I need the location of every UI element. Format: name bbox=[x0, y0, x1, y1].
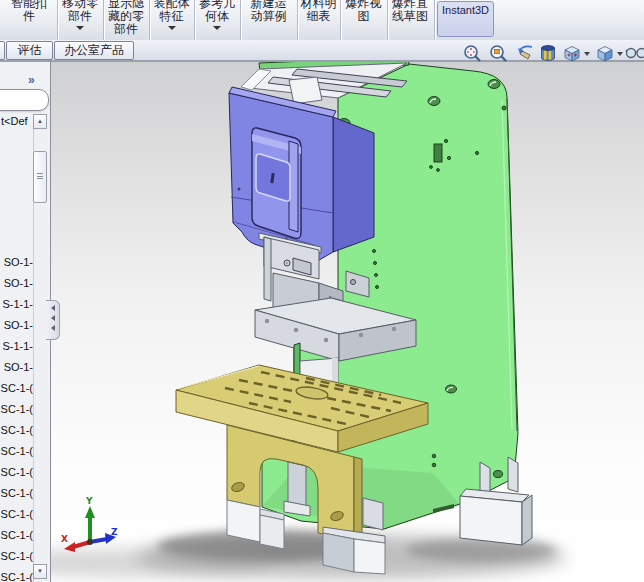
scroll-up-button[interactable]: ▲ bbox=[33, 114, 47, 129]
toolbar-button-label: Instant3D bbox=[442, 4, 489, 16]
toolbar-button-bill-of-materials[interactable]: 材料明细表 bbox=[298, 0, 339, 41]
tree-item[interactable]: -1-SO bbox=[0, 318, 33, 333]
tree-item[interactable]: )-1-SC bbox=[0, 381, 33, 396]
tree-item[interactable]: -1-1-S bbox=[0, 339, 33, 354]
toolbar-button-move-component[interactable]: 移动零部件 bbox=[58, 0, 102, 41]
display-style-dropdown-icon[interactable] bbox=[617, 52, 623, 56]
tree-item[interactable]: )-1-SC bbox=[0, 528, 33, 543]
view-orientation-icon[interactable] bbox=[561, 42, 583, 66]
triad-y-label: Y bbox=[85, 496, 93, 506]
dropdown-arrow-icon[interactable] bbox=[213, 26, 221, 30]
feature-tree-header bbox=[0, 89, 49, 111]
tree-root-item[interactable]: t<Def bbox=[1, 115, 28, 127]
tree-item[interactable]: -1-1-S bbox=[0, 297, 33, 312]
tree-item[interactable]: -1-SO bbox=[0, 360, 33, 375]
previous-view-icon[interactable] bbox=[515, 42, 537, 66]
tree-item[interactable]: )-1-SC bbox=[0, 570, 33, 582]
tree-item[interactable]: )-1-SC bbox=[0, 444, 33, 459]
toolbar-button-instant3d[interactable]: Instant3D bbox=[437, 1, 494, 37]
tree-scrollbar-thumb[interactable] bbox=[33, 151, 47, 203]
tab-office-products[interactable]: 办公室产品 bbox=[54, 41, 134, 60]
tree-item[interactable]: )-1-SC bbox=[0, 423, 33, 438]
section-view-icon[interactable] bbox=[538, 42, 560, 66]
zoom-to-fit-icon[interactable] bbox=[462, 42, 484, 66]
toolbar-button-label: 线草图 bbox=[388, 10, 432, 23]
toolbar-button-explode-line-sketch[interactable]: 爆炸直线草图 bbox=[388, 0, 432, 41]
display-style-icon[interactable] bbox=[594, 42, 616, 66]
graphics-area[interactable]: Y X Z bbox=[50, 61, 644, 582]
tree-item[interactable]: )-1-SC bbox=[0, 507, 33, 522]
expand-panel-chevron-icon[interactable]: » bbox=[28, 73, 35, 87]
toolbar-button-new-motion-study[interactable]: 新建运动算例 bbox=[241, 0, 296, 41]
tree-item[interactable]: -1-SO bbox=[0, 255, 33, 270]
hide-show-items-icon[interactable] bbox=[625, 42, 644, 66]
toolbar-button-label: 图 bbox=[341, 10, 386, 23]
tree-item[interactable]: )-1-SC bbox=[0, 402, 33, 417]
toolbar-button-smart-fasteners[interactable]: 智能扣件 bbox=[2, 0, 56, 41]
tab-partial[interactable] bbox=[0, 41, 5, 60]
view-orientation-dropdown-icon[interactable] bbox=[584, 52, 590, 56]
toolbar-button-label: 部件 bbox=[104, 23, 148, 36]
toolbar-button-label: 细表 bbox=[298, 10, 339, 23]
feature-tree-panel: » t<Def ▲ ▼ -1-SO-1-SO-1-1-S-1-SO-1-1-S-… bbox=[0, 61, 50, 582]
toolbar-button-label: 何体 bbox=[195, 10, 239, 23]
triad-x-label: X bbox=[61, 534, 68, 544]
tree-item[interactable]: )-1-SC bbox=[0, 465, 33, 480]
tree-item[interactable]: -1-SO bbox=[0, 276, 33, 291]
tab-evaluate[interactable]: 评估 bbox=[6, 41, 53, 60]
toolbar-button-reference-geometry[interactable]: 参考几何体 bbox=[195, 0, 239, 41]
toolbar-button-label: 特征 bbox=[150, 10, 193, 23]
toolbar-button-label: 部件 bbox=[58, 10, 102, 23]
toolbar-button-label: 动算例 bbox=[241, 10, 296, 23]
dropdown-arrow-icon[interactable] bbox=[168, 26, 176, 30]
command-toolbar: 智能扣件移动零部件显示隐藏的零部件装配体特征参考几何体新建运动算例材料明细表爆炸… bbox=[0, 0, 644, 41]
scroll-down-button[interactable]: ▼ bbox=[33, 564, 47, 579]
zoom-to-area-icon[interactable] bbox=[488, 42, 510, 66]
toolbar-button-show-hidden-components[interactable]: 显示隐藏的零部件 bbox=[104, 0, 148, 41]
tree-item[interactable]: )-1-SC bbox=[0, 549, 33, 564]
dropdown-arrow-icon[interactable] bbox=[76, 26, 84, 30]
triad-z-label: Z bbox=[111, 527, 118, 537]
panel-splitter[interactable] bbox=[46, 300, 60, 340]
toolbar-button-label: 件 bbox=[2, 10, 56, 23]
toolbar-button-exploded-view[interactable]: 爆炸视图 bbox=[341, 0, 386, 41]
toolbar-separator bbox=[434, 0, 436, 40]
toolbar-button-assembly-features[interactable]: 装配体特征 bbox=[150, 0, 193, 41]
tree-item[interactable]: )-1-SC bbox=[0, 486, 33, 501]
orientation-triad: Y X Z bbox=[61, 496, 118, 552]
